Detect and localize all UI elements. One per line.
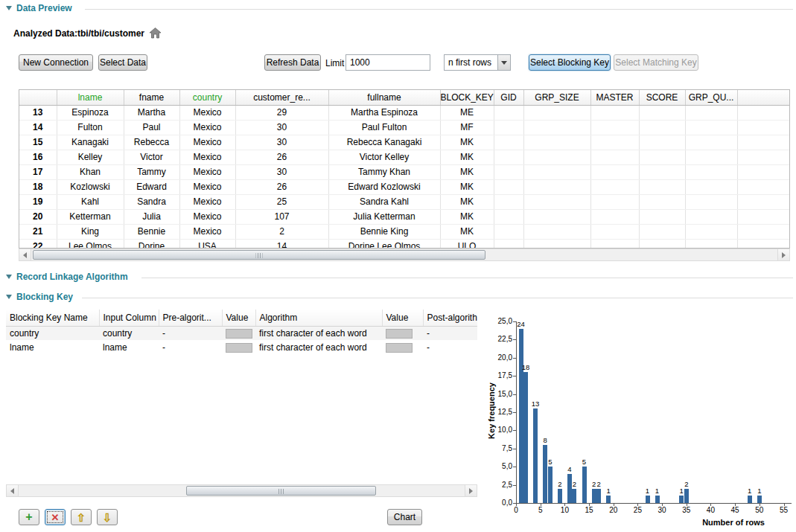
input-column-cell[interactable]: country — [99, 326, 159, 340]
cell[interactable]: Julia Ketterman — [328, 209, 440, 224]
cell[interactable] — [737, 120, 790, 135]
cell[interactable] — [737, 179, 790, 194]
cell[interactable] — [737, 194, 790, 209]
select-blocking-key-button[interactable]: Select Blocking Key — [529, 54, 611, 71]
cell[interactable]: Kahl — [57, 194, 124, 209]
cell[interactable] — [685, 135, 737, 150]
collapse-triangle-icon[interactable] — [6, 6, 12, 10]
cell[interactable] — [494, 135, 523, 150]
cell[interactable]: Kelley — [57, 150, 124, 164]
cell[interactable]: 26 — [235, 150, 328, 164]
table-row[interactable]: 18KozlowskiEdwardMexico26Edward Kozlowsk… — [19, 179, 790, 194]
column-header-lname[interactable]: lname — [57, 90, 124, 105]
collapse-triangle-icon[interactable] — [6, 295, 12, 299]
cell[interactable] — [685, 194, 737, 209]
cell[interactable]: MK — [440, 135, 494, 150]
column-header-GRP_QU...[interactable]: GRP_QU... — [685, 90, 737, 105]
cell[interactable] — [639, 224, 685, 239]
limit-input[interactable] — [346, 54, 430, 71]
algorithm-cell[interactable]: first character of each word — [255, 340, 382, 354]
cell[interactable]: 26 — [235, 179, 328, 194]
cell[interactable]: Mexico — [179, 150, 235, 164]
cell[interactable]: ULO — [440, 239, 494, 249]
cell[interactable]: Sandra — [124, 194, 179, 209]
cell[interactable] — [685, 179, 737, 194]
cell[interactable] — [685, 164, 737, 179]
cell[interactable]: 17 — [19, 164, 57, 179]
post-algorithm-cell[interactable]: - — [423, 326, 477, 340]
cell[interactable]: Martha — [124, 105, 179, 120]
column-header-Pre-algorit...[interactable]: Pre-algorit... — [159, 310, 222, 326]
table-row[interactable]: 14FultonPaulMexico30Paul FultonMF — [19, 120, 790, 135]
cell[interactable]: Paul Fulton — [328, 120, 440, 135]
scroll-left-button[interactable] — [7, 485, 19, 496]
column-header-MASTER[interactable]: MASTER — [590, 90, 639, 105]
column-header-SCORE[interactable]: SCORE — [639, 90, 685, 105]
cell[interactable]: MK — [440, 164, 494, 179]
select-data-button[interactable]: Select Data — [98, 54, 147, 71]
cell[interactable]: MK — [440, 194, 494, 209]
cell[interactable]: 30 — [235, 120, 328, 135]
table-row[interactable]: 22Lee OlmosDorineUSA14Dorine Lee OlmosUL… — [19, 239, 790, 249]
cell[interactable] — [685, 224, 737, 239]
cell[interactable] — [639, 120, 685, 135]
cell[interactable] — [523, 239, 590, 249]
column-header-fullname[interactable]: fullname — [328, 90, 440, 105]
cell[interactable] — [639, 150, 685, 164]
cell[interactable] — [494, 194, 523, 209]
cell[interactable] — [590, 209, 639, 224]
cell[interactable]: 14 — [235, 239, 328, 249]
column-header-BLOCK_KEY[interactable]: BLOCK_KEY — [440, 90, 494, 105]
table-row[interactable]: 21KingBennieMexico2Bennie KingMK — [19, 224, 790, 239]
cell[interactable]: Fulton — [57, 120, 124, 135]
cell[interactable] — [494, 179, 523, 194]
scroll-left-button[interactable] — [19, 249, 31, 260]
cell[interactable] — [639, 164, 685, 179]
scroll-track[interactable] — [31, 249, 777, 260]
cell[interactable] — [590, 194, 639, 209]
chevron-down-icon[interactable] — [497, 55, 510, 70]
table-row[interactable]: 13EspinozaMarthaMexico29Martha EspinozaM… — [19, 105, 790, 120]
cell[interactable]: Dorine — [124, 239, 179, 249]
cell[interactable]: Julia — [124, 209, 179, 224]
column-header-Post-algorith...[interactable]: Post-algorith... — [423, 310, 477, 326]
cell[interactable]: Kozlowski — [57, 179, 124, 194]
column-header-blank[interactable] — [737, 90, 790, 105]
cell[interactable]: USA — [179, 239, 235, 249]
table-row[interactable]: 15KanagakiRebeccaMexico30Rebecca Kanagak… — [19, 135, 790, 150]
pre-algorithm-cell[interactable]: - — [159, 326, 222, 340]
refresh-data-button[interactable]: Refresh Data — [264, 54, 321, 71]
input-column-cell[interactable]: lname — [99, 340, 159, 354]
cell[interactable]: MK — [440, 150, 494, 164]
cell[interactable]: Rebecca — [124, 135, 179, 150]
move-up-button[interactable]: ⇧ — [71, 509, 92, 525]
cell[interactable]: Bennie King — [328, 224, 440, 239]
cell[interactable] — [590, 150, 639, 164]
cell[interactable]: Dorine Lee Olmos — [328, 239, 440, 249]
cell[interactable]: Edward Kozlowski — [328, 179, 440, 194]
cell[interactable]: Espinoza — [57, 105, 124, 120]
column-header-customer_re...[interactable]: customer_re... — [235, 90, 328, 105]
cell[interactable] — [737, 105, 790, 120]
cell[interactable] — [494, 150, 523, 164]
scroll-thumb[interactable] — [186, 486, 376, 496]
home-icon[interactable] — [149, 28, 162, 39]
cell[interactable]: Edward — [124, 179, 179, 194]
table-row[interactable]: 17KhanTammyMexico30Tammy KhanMK — [19, 164, 790, 179]
cell[interactable] — [590, 179, 639, 194]
cell[interactable] — [685, 209, 737, 224]
cell[interactable]: Rebecca Kanagaki — [328, 135, 440, 150]
cell[interactable] — [639, 105, 685, 120]
cell[interactable]: 21 — [19, 224, 57, 239]
key-name-cell[interactable]: lname — [6, 340, 99, 354]
cell[interactable]: Mexico — [179, 179, 235, 194]
cell[interactable]: 2 — [235, 224, 328, 239]
cell[interactable]: Mexico — [179, 194, 235, 209]
section-header-data-preview[interactable]: Data Preview — [6, 2, 72, 13]
cell[interactable]: ME — [440, 105, 494, 120]
column-header-GID[interactable]: GID — [494, 90, 523, 105]
cell[interactable]: 13 — [19, 105, 57, 120]
cell[interactable] — [737, 150, 790, 164]
rows-mode-select[interactable]: n first rows — [444, 54, 511, 71]
cell[interactable] — [685, 239, 737, 249]
